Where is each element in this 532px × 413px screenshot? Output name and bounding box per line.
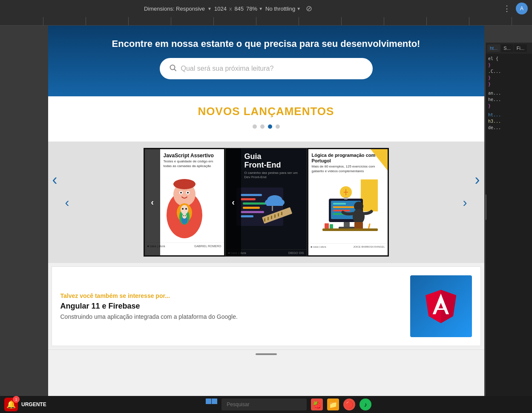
- carousel-section: ‹ › NOVOS LANÇAMENTOS: [48, 96, 484, 263]
- hero-section: Encontre em nossa estante o que precisa …: [48, 26, 484, 96]
- book-card-1[interactable]: ‹ JavaScript Assertivo Testes e qualidad…: [144, 148, 225, 257]
- zoom-selector[interactable]: 78% ▼: [246, 6, 263, 12]
- book1-title: JavaScript Assertivo: [164, 153, 221, 159]
- svg-marker-37: [361, 179, 378, 211]
- dot-2[interactable]: [260, 124, 265, 129]
- windows-button[interactable]: [206, 399, 217, 410]
- no-cache-icon[interactable]: ⊘: [306, 4, 312, 13]
- code-line-4: }: [488, 75, 529, 81]
- dot-1[interactable]: [253, 124, 257, 129]
- rec-label: Talvez você também se interesse por...: [60, 292, 402, 299]
- svg-rect-54: [325, 223, 329, 228]
- book2-title: GuiaFront-End: [244, 153, 303, 170]
- svg-rect-47: [344, 197, 348, 199]
- main-content: Encontre em nossa estante o que precisa …: [0, 26, 532, 396]
- book-card-3[interactable]: Lógica de programação com Portugol Mais …: [307, 148, 389, 257]
- svg-point-16: [183, 215, 184, 216]
- viewport-x: x: [229, 6, 232, 12]
- svg-rect-53: [322, 228, 378, 231]
- right-tab-2[interactable]: S...: [501, 44, 513, 52]
- ruler-row: [0, 17, 532, 26]
- throttle-selector[interactable]: No throttling ▼: [265, 6, 301, 12]
- right-panel-tabs: ht... S... Fi...: [486, 43, 532, 54]
- viewport-width[interactable]: 1024: [214, 6, 227, 12]
- svg-rect-33: [271, 216, 272, 219]
- right-tab-3[interactable]: Fi...: [514, 44, 527, 52]
- carousel-left-arrow[interactable]: ‹: [52, 171, 58, 189]
- rec-image[interactable]: [410, 275, 472, 337]
- book3-corner: [371, 149, 388, 170]
- taskbar-app-2[interactable]: 📁: [327, 399, 339, 410]
- search-bar[interactable]: Qual será sua próxima leitura?: [160, 58, 373, 79]
- scroll-handle-area[interactable]: [48, 349, 484, 358]
- ruler-track: [1, 17, 531, 25]
- right-tab-1[interactable]: ht...: [487, 44, 500, 52]
- svg-rect-55: [330, 224, 333, 228]
- notification-badge: 1: [13, 396, 20, 403]
- taskbar-search[interactable]: [221, 399, 307, 410]
- taskbar-app-1[interactable]: 🍓: [311, 399, 323, 410]
- carousel-right-arrow[interactable]: ›: [475, 171, 480, 189]
- notification-button[interactable]: 🔔 1: [4, 398, 18, 411]
- books-right-arrow[interactable]: ›: [463, 195, 467, 210]
- drag-handle-line1: [256, 353, 277, 355]
- hero-title: Encontre em nossa estante o que precisa …: [112, 38, 420, 49]
- panel-resize-handle[interactable]: [485, 194, 486, 220]
- code-line-11: de...: [488, 124, 529, 131]
- svg-rect-40: [333, 203, 346, 205]
- webpage-viewport: Encontre em nossa estante o que precisa …: [48, 26, 484, 396]
- book-card-2[interactable]: ‹ GuiaFront-End O caminho das pedras par…: [225, 148, 307, 257]
- code-line-9: ht...: [488, 112, 529, 118]
- code-line-1: el {: [488, 55, 529, 62]
- taskbar-app-3[interactable]: 🔴: [343, 399, 355, 410]
- book2-subtitle: O caminho das pedras para ser um Dev Fro…: [244, 171, 303, 180]
- svg-rect-36: [281, 212, 282, 215]
- rec-title: Angular 11 e Firebase: [60, 302, 402, 311]
- book3-illustration: [308, 175, 388, 243]
- book1-inner-left-arrow[interactable]: ‹: [145, 149, 160, 255]
- code-line-10: h3...: [488, 118, 529, 124]
- code-line-3: .C...: [488, 68, 529, 75]
- svg-point-12: [182, 208, 184, 210]
- code-line-5: }: [488, 81, 529, 87]
- code-preview: el { } .C... } } an... he... } ht... h3.…: [486, 54, 532, 133]
- devtools-toolbar: Dimensions: Responsive ▼ 1024 x 845 78% …: [0, 0, 532, 17]
- svg-point-13: [185, 208, 187, 210]
- svg-point-15: [182, 214, 187, 219]
- svg-rect-20: [241, 198, 256, 200]
- urgente-label: URGENTE: [21, 401, 46, 407]
- books-left-arrow[interactable]: ‹: [65, 195, 69, 210]
- win-square-1: [206, 399, 211, 404]
- zoom-chevron: ▼: [259, 6, 263, 11]
- svg-point-6: [180, 192, 182, 194]
- code-line-7: he...: [488, 96, 529, 103]
- search-icon: [169, 64, 177, 74]
- svg-rect-42: [333, 210, 350, 211]
- toolbar-more-icon[interactable]: ⋮: [503, 4, 511, 13]
- book3-footer: ■ casa | alura JOICE BARBOSA RANGEL: [308, 243, 388, 250]
- dot-4[interactable]: [276, 124, 280, 129]
- svg-rect-41: [333, 206, 354, 208]
- taskbar: 🔔 1 URGENTE 🍓 📁 🔴 ♪: [0, 396, 532, 413]
- dimensions-chevron: ▼: [207, 6, 212, 11]
- svg-rect-24: [241, 215, 253, 217]
- taskbar-spotify[interactable]: ♪: [359, 399, 371, 410]
- viewport-height[interactable]: 845: [234, 6, 244, 12]
- book1-subtitle: Testes e qualidade de código em todas as…: [164, 159, 221, 168]
- svg-point-51: [353, 209, 365, 224]
- svg-point-8: [173, 179, 196, 189]
- book2-inner-left-arrow[interactable]: ‹: [226, 148, 241, 256]
- carousel-title: NOVOS LANÇAMENTOS: [74, 105, 459, 118]
- svg-rect-31: [264, 218, 265, 222]
- svg-rect-56: [368, 223, 370, 228]
- rec-description: Construindo uma aplicação integrada com …: [60, 313, 402, 320]
- dot-3[interactable]: [268, 124, 272, 129]
- win-square-2: [212, 399, 217, 404]
- books-container: ‹ JavaScript Assertivo Testes e qualidad…: [74, 148, 459, 257]
- svg-rect-34: [274, 214, 276, 218]
- user-avatar[interactable]: A: [516, 3, 528, 14]
- svg-rect-23: [241, 211, 264, 213]
- svg-rect-29: [272, 206, 273, 211]
- svg-rect-19: [241, 194, 262, 196]
- throttle-value: No throttling: [265, 6, 295, 12]
